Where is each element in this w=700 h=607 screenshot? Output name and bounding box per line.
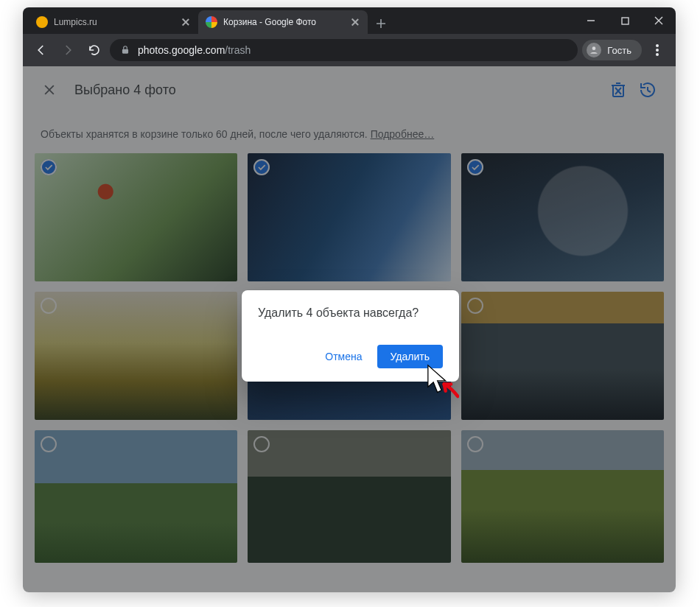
cancel-button[interactable]: Отмена [316, 345, 371, 368]
tab-close-icon[interactable] [350, 17, 360, 27]
maximize-button[interactable] [608, 7, 642, 34]
svg-point-7 [592, 46, 596, 50]
browser-toolbar: photos.google.com/trash Гость [23, 34, 676, 66]
tab-favicon [206, 16, 217, 28]
tab-lumpics[interactable]: Lumpics.ru [29, 10, 198, 34]
svg-point-8 [656, 44, 659, 47]
svg-rect-1 [622, 18, 629, 24]
lock-icon [120, 45, 130, 55]
dialog-actions: Отмена Удалить [258, 345, 443, 368]
back-button[interactable] [30, 39, 52, 61]
tab-favicon [36, 16, 48, 28]
browser-window: Lumpics.ru Корзина - Google Фото photos.… [23, 7, 676, 592]
svg-rect-6 [122, 49, 128, 54]
url-path: /trash [225, 44, 251, 56]
close-window-button[interactable] [642, 7, 676, 34]
svg-point-10 [656, 53, 659, 56]
window-controls [574, 7, 676, 34]
confirm-delete-button[interactable]: Удалить [377, 345, 443, 368]
new-tab-button[interactable] [371, 13, 391, 34]
tab-close-icon[interactable] [181, 17, 191, 27]
url-domain: photos.google.com [138, 44, 225, 56]
confirm-delete-dialog: Удалить 4 объекта навсегда? Отмена Удали… [242, 290, 459, 382]
browser-menu-button[interactable] [646, 39, 668, 61]
tab-title: Lumpics.ru [54, 17, 176, 27]
reload-button[interactable] [83, 39, 105, 61]
dialog-message: Удалить 4 объекта навсегда? [258, 306, 443, 320]
forward-button[interactable] [57, 39, 79, 61]
tab-google-photos-trash[interactable]: Корзина - Google Фото [198, 10, 368, 34]
svg-point-9 [656, 49, 659, 52]
profile-label: Гость [607, 45, 631, 56]
avatar-icon [587, 43, 601, 57]
address-bar[interactable]: photos.google.com/trash [110, 39, 578, 61]
minimize-button[interactable] [574, 7, 608, 34]
profile-chip[interactable]: Гость [582, 40, 642, 60]
tab-title: Корзина - Google Фото [223, 17, 346, 27]
